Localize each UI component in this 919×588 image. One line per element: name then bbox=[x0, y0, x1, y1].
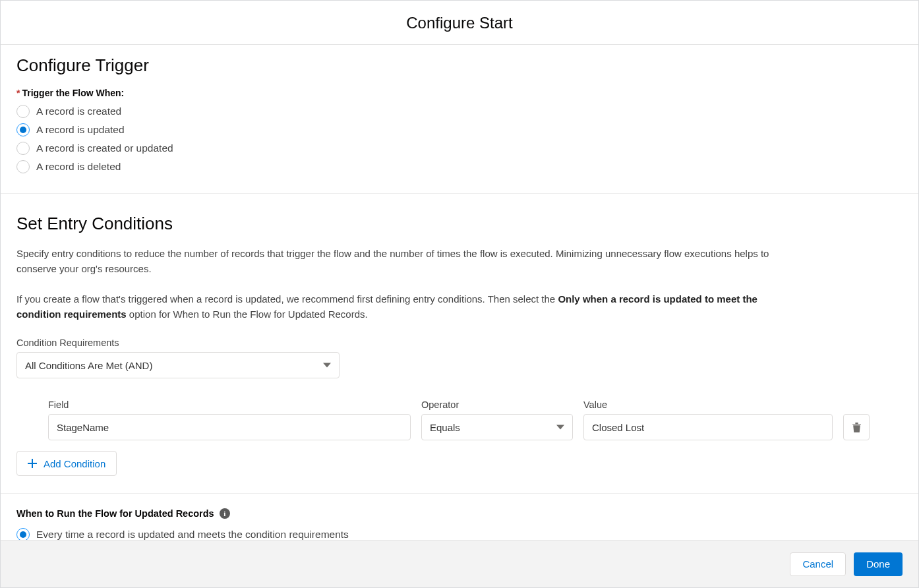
dialog-body-scroll[interactable]: Configure Trigger *Trigger the Flow When… bbox=[1, 45, 918, 540]
radio-record-updated[interactable]: A record is updated bbox=[16, 123, 903, 136]
cancel-button[interactable]: Cancel bbox=[790, 552, 846, 576]
trigger-when-label: *Trigger the Flow When: bbox=[16, 88, 903, 98]
when-to-run-label: When to Run the Flow for Updated Records bbox=[16, 508, 214, 519]
entry-conditions-description-1: Specify entry conditions to reduce the n… bbox=[16, 246, 781, 277]
condition-requirements-select[interactable] bbox=[16, 352, 340, 378]
trash-icon bbox=[852, 422, 862, 433]
add-condition-button[interactable]: Add Condition bbox=[16, 451, 117, 476]
section-divider bbox=[1, 193, 918, 194]
radio-record-created-or-updated[interactable]: A record is created or updated bbox=[16, 142, 903, 155]
condition-operator-select[interactable] bbox=[421, 414, 573, 440]
done-button[interactable]: Done bbox=[854, 552, 903, 576]
entry-desc2-pre: If you create a flow that's triggered wh… bbox=[16, 293, 558, 305]
entry-desc2-post: option for When to Run the Flow for Upda… bbox=[127, 309, 368, 320]
trigger-when-label-text: Trigger the Flow When: bbox=[22, 88, 124, 98]
dialog-title: Configure Start bbox=[1, 1, 918, 45]
value-column-label: Value bbox=[583, 399, 833, 410]
condition-value-input[interactable] bbox=[583, 414, 833, 440]
add-condition-label: Add Condition bbox=[44, 458, 105, 469]
radio-record-created[interactable]: A record is created bbox=[16, 105, 903, 118]
radio-icon bbox=[16, 160, 30, 173]
plus-icon bbox=[28, 459, 37, 468]
configure-trigger-heading: Configure Trigger bbox=[16, 55, 903, 76]
trigger-when-radio-group: A record is created A record is updated … bbox=[16, 105, 903, 173]
required-asterisk: * bbox=[16, 88, 20, 98]
set-entry-conditions-heading: Set Entry Conditions bbox=[16, 214, 903, 234]
radio-label: A record is created or updated bbox=[36, 142, 173, 154]
configure-start-dialog: Configure Start Configure Trigger *Trigg… bbox=[0, 0, 919, 588]
condition-requirements-label: Condition Requirements bbox=[16, 338, 903, 348]
when-to-run-radio-group: Every time a record is updated and meets… bbox=[16, 528, 903, 540]
radio-every-time-updated[interactable]: Every time a record is updated and meets… bbox=[16, 528, 903, 540]
field-column-label: Field bbox=[48, 399, 411, 410]
radio-icon bbox=[16, 142, 30, 155]
operator-column-label: Operator bbox=[421, 399, 573, 410]
condition-field-input[interactable] bbox=[48, 414, 411, 440]
entry-conditions-description-2: If you create a flow that's triggered wh… bbox=[16, 291, 781, 322]
radio-icon bbox=[16, 528, 30, 540]
when-to-run-heading: When to Run the Flow for Updated Records… bbox=[16, 508, 903, 519]
radio-label: A record is updated bbox=[36, 124, 125, 136]
radio-label: A record is deleted bbox=[36, 161, 121, 173]
radio-record-deleted[interactable]: A record is deleted bbox=[16, 160, 903, 173]
radio-icon bbox=[16, 123, 30, 136]
dialog-footer: Cancel Done bbox=[1, 540, 918, 587]
radio-label: A record is created bbox=[36, 105, 121, 117]
delete-condition-button[interactable] bbox=[843, 414, 870, 440]
condition-row: Field Operator Value bbox=[16, 399, 903, 440]
info-icon[interactable]: i bbox=[220, 508, 230, 519]
condition-requirements-value[interactable] bbox=[16, 352, 340, 378]
section-divider bbox=[1, 493, 918, 494]
radio-icon bbox=[16, 105, 30, 118]
radio-label: Every time a record is updated and meets… bbox=[36, 529, 349, 540]
